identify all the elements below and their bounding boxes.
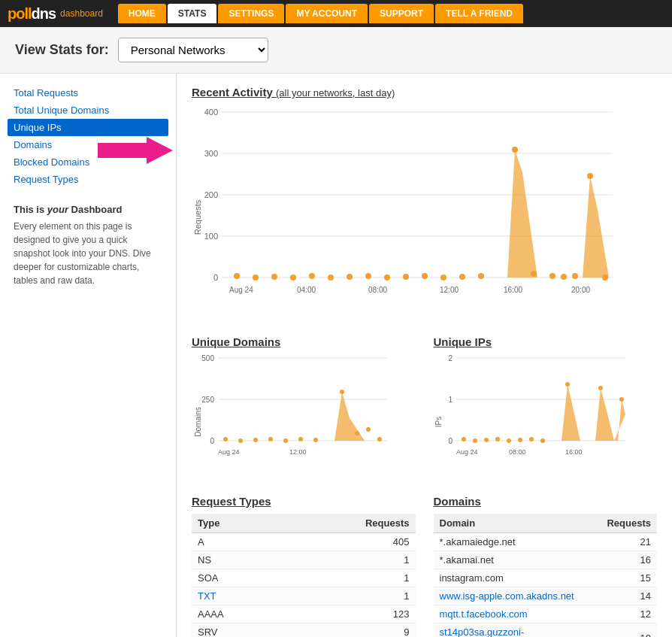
svg-point-75 [495,437,500,441]
arrow-container [98,137,168,166]
svg-point-21 [365,273,371,279]
requests-cell: 9 [282,623,415,638]
svg-point-59 [377,437,382,441]
recent-activity-title: Recent Activity (all your networks, last… [192,86,657,99]
sidebar-description: This is your Dashboard Every element on … [8,204,168,287]
dashboard-link[interactable]: dashboard [60,8,103,19]
domains-table: Domain Requests *.akamaiedge.net21*.akam… [434,514,658,637]
svg-text:2: 2 [448,354,453,362]
svg-point-15 [253,275,259,281]
sidebar-item-request-types[interactable]: Request Types [8,171,168,188]
requests-cell: 1 [282,551,415,569]
charts-area: Recent Activity (all your networks, last… [177,74,672,637]
sidebar-desc-text: Every element on this page is designed t… [14,220,162,287]
svg-point-82 [619,397,624,402]
content-area: Total Requests Total Unique Domains Uniq… [0,74,672,637]
recent-activity-chart: Requests 400 300 200 [192,105,657,317]
svg-point-54 [298,437,303,441]
table-row: TXT1 [192,587,416,605]
svg-point-31 [561,274,567,280]
domain-link[interactable]: www.isg-apple.com.akadns.net [440,590,574,602]
nav-menu: HOME STATS SETTINGS MY ACCOUNT SUPPORT T… [118,4,523,23]
svg-point-53 [283,438,288,443]
domain-cell: instagram.com [434,569,601,587]
svg-point-73 [473,438,477,443]
svg-point-57 [355,431,359,435]
tables-row: Request Types Type Requests A405NS1SOA1T… [192,495,657,637]
requests-cell: 10 [601,623,657,638]
type-cell: TXT [192,587,282,605]
svg-text:Aug 24: Aug 24 [229,286,253,294]
svg-point-17 [290,275,296,281]
table-row: AAAA123 [192,605,416,623]
nav-stats[interactable]: STATS [168,4,217,23]
svg-point-79 [540,438,545,443]
domains-title: Domains [434,495,658,508]
svg-marker-12 [492,150,537,278]
nav-settings[interactable]: SETTINGS [218,4,284,23]
svg-text:Domains: Domains [194,407,202,436]
svg-point-81 [598,386,603,390]
svg-point-20 [347,274,353,280]
svg-text:16:00: 16:00 [565,448,583,456]
nav-home[interactable]: HOME [118,4,166,23]
nav-support[interactable]: SUPPORT [369,4,434,23]
svg-text:0: 0 [213,273,218,282]
charts-row: Unique Domains Domains 500 250 0 [192,335,657,477]
svg-marker-71 [614,399,625,441]
domain-cell[interactable]: www.isg-apple.com.akadns.net [434,587,601,605]
main-content: View Stats for: Personal Networks All Ne… [0,27,672,637]
domain-cell[interactable]: st14p03sa.guzzoni-apple.com.akadns.net [434,623,601,638]
unique-ips-svg: IPs 2 1 0 [434,354,640,475]
svg-point-55 [313,438,318,442]
domain-cell: *.akamai.net [434,551,601,569]
table-row: SRV9 [192,623,416,638]
svg-point-78 [529,437,534,441]
request-types-table: Type Requests A405NS1SOA1TXT1AAAA123SRV9 [192,514,416,637]
svg-point-16 [271,274,277,280]
svg-point-72 [462,437,466,441]
svg-text:IPs: IPs [434,417,443,427]
unique-ips-title: Unique IPs [434,335,658,348]
sidebar-item-total-unique-domains[interactable]: Total Unique Domains [8,102,168,119]
domain-cell[interactable]: mqtt.t.facebook.com [434,605,601,623]
svg-point-27 [478,273,484,279]
svg-text:400: 400 [204,108,218,117]
domain-link[interactable]: st14p03sa.guzzoni-apple.com.akadns.net [440,626,535,637]
unique-ips-section: Unique IPs IPs 2 1 0 [434,335,658,477]
view-stats-label: View Stats for: [15,42,109,58]
svg-text:0: 0 [448,437,453,445]
logo-area: polldns dashboard [8,5,103,23]
col-requests-rt: Requests [282,514,415,533]
type-cell: SRV [192,623,282,638]
col-domain: Domain [434,514,601,533]
type-cell: SOA [192,569,282,587]
svg-text:300: 300 [204,149,218,158]
requests-cell: 15 [601,569,657,587]
svg-point-14 [234,273,240,279]
recent-activity-subtitle: (all your networks, last day) [276,87,395,99]
network-select[interactable]: Personal Networks All Networks [118,38,268,62]
svg-text:0: 0 [210,437,214,445]
svg-text:1: 1 [448,396,453,404]
svg-point-56 [340,390,344,394]
svg-point-76 [507,438,511,443]
svg-marker-13 [575,176,609,278]
svg-text:Requests: Requests [193,199,202,235]
svg-text:Aug 24: Aug 24 [218,448,240,456]
svg-point-29 [531,271,537,277]
col-requests-d: Requests [601,514,657,533]
svg-point-32 [572,273,578,279]
requests-cell: 14 [601,587,657,605]
type-cell: AAAA [192,605,282,623]
svg-point-24 [422,273,428,279]
svg-point-25 [440,275,446,281]
type-cell: A [192,533,282,551]
domain-link[interactable]: mqtt.t.facebook.com [440,608,528,620]
table-row: st14p03sa.guzzoni-apple.com.akadns.net10 [434,623,658,638]
nav-my-account[interactable]: MY ACCOUNT [286,4,368,23]
sidebar-item-unique-ips[interactable]: Unique IPs [8,119,168,136]
sidebar-item-total-requests[interactable]: Total Requests [8,84,168,102]
nav-tell-a-friend[interactable]: TELL A FRIEND [435,4,523,23]
domains-section: Domains Domain Requests *.akamaiedge.net… [434,495,658,637]
